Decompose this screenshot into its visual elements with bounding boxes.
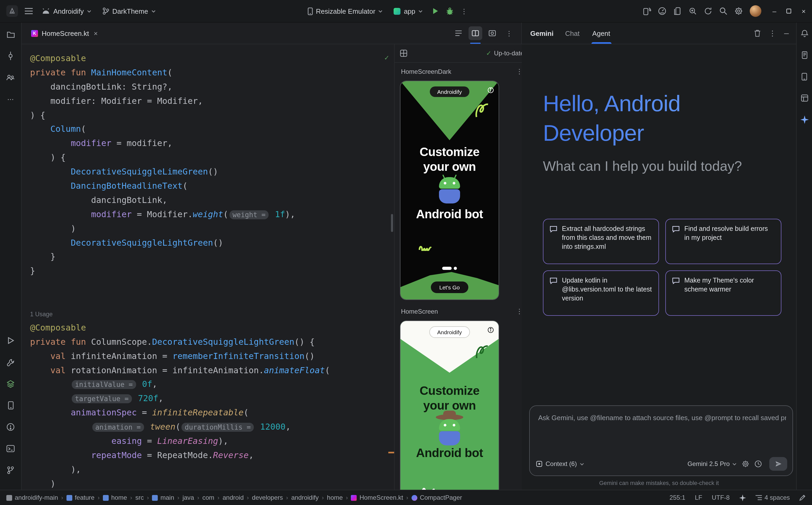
terminal-tool-icon[interactable] — [4, 442, 17, 455]
right-tool-strip — [796, 23, 812, 490]
hide-panel-icon[interactable]: – — [784, 28, 789, 38]
version-control-tool-icon[interactable] — [4, 464, 17, 477]
project-tool-icon[interactable] — [4, 28, 17, 41]
line-separator[interactable]: LF — [695, 494, 702, 501]
window-close-icon[interactable]: × — [802, 7, 806, 15]
run-configuration-selector[interactable]: app — [392, 6, 425, 17]
run-button[interactable] — [432, 7, 439, 15]
breadcrumb-separator: › — [98, 494, 100, 501]
gemini-prompt-input[interactable] — [537, 413, 787, 422]
device-streaming-icon[interactable] — [643, 7, 651, 15]
layout-inspector-icon[interactable] — [798, 92, 811, 105]
search-icon[interactable] — [719, 7, 727, 15]
packages-tool-icon[interactable] — [4, 377, 17, 390]
main-menu-icon[interactable] — [25, 8, 33, 14]
breadcrumb-item[interactable]: developers — [252, 494, 283, 501]
indent-setting[interactable]: 4 spaces — [756, 494, 790, 501]
code-line: dancingBotLink: String?, — [30, 80, 394, 95]
code-line: } — [30, 265, 394, 279]
android-bot-cowboy-graphic — [435, 419, 464, 446]
vcs-branch-selector[interactable]: DarkTheme — [100, 6, 158, 17]
code-view-icon[interactable] — [452, 26, 465, 40]
build-tool-icon[interactable] — [4, 356, 17, 368]
ai-status-icon[interactable] — [739, 494, 746, 501]
breadcrumb-item[interactable]: home — [327, 494, 343, 501]
emulator-icon[interactable] — [798, 70, 811, 83]
caret-position[interactable]: 255:1 — [670, 494, 685, 501]
breadcrumb-item[interactable]: android — [223, 494, 244, 501]
design-view-icon[interactable] — [485, 26, 499, 40]
edit-mode-icon[interactable] — [799, 494, 806, 501]
more-tool-windows-icon[interactable]: ⋯ — [4, 93, 17, 106]
device-explorer-icon[interactable] — [798, 48, 811, 61]
breadcrumb-item[interactable]: androidify — [291, 494, 319, 501]
window-maximize-icon[interactable] — [786, 8, 792, 14]
breadcrumb-item[interactable]: src — [135, 494, 144, 501]
breadcrumb-item[interactable]: feature — [66, 494, 95, 501]
breadcrumb-item[interactable]: main — [152, 494, 174, 501]
suggestion-card[interactable]: Update kotlin in @libs.version.toml to t… — [543, 271, 659, 316]
profiler-icon[interactable] — [658, 7, 666, 15]
editor-more-icon[interactable]: ⋮ — [502, 26, 516, 40]
tab-agent[interactable]: Agent — [591, 23, 611, 44]
android-head-icon — [42, 8, 50, 14]
problems-tool-icon[interactable] — [4, 420, 17, 433]
app-insights-icon[interactable] — [689, 7, 697, 15]
run-config-name: app — [404, 7, 415, 15]
window-minimize-icon[interactable]: – — [773, 7, 776, 15]
android-studio-logo-icon — [6, 5, 18, 17]
breadcrumb-item[interactable]: home — [103, 494, 127, 501]
running-devices-icon[interactable] — [673, 7, 682, 15]
gemini-subheading: What can I help you build today? — [543, 158, 781, 174]
preview-headline-2: your own — [400, 159, 498, 174]
gemini-more-icon[interactable]: ⋮ — [769, 29, 776, 37]
preview-name-light[interactable]: HomeScreen — [401, 308, 438, 315]
tab-chat[interactable]: Chat — [564, 23, 581, 44]
suggestion-card[interactable]: Extract all hardcoded strings from this … — [543, 219, 659, 264]
run-tool-icon[interactable] — [4, 334, 17, 347]
breadcrumb-item[interactable]: java — [183, 494, 194, 501]
inspections-ok-icon[interactable]: ✓ — [384, 51, 389, 65]
code-line: animationSpec = infiniteRepeatable( — [30, 406, 394, 420]
close-tab-icon[interactable]: × — [94, 29, 98, 37]
commit-tool-icon[interactable] — [4, 49, 17, 62]
breadcrumb-item[interactable]: CompactPager — [411, 494, 462, 501]
indent-icon — [756, 495, 762, 500]
prompt-settings-icon[interactable] — [742, 460, 749, 468]
suggestion-card[interactable]: Make my Theme's color scheme warmer — [665, 271, 781, 316]
gemini-prompt-box[interactable]: Context (6) Gemini 2.5 Pro — [529, 405, 793, 476]
pull-requests-tool-icon[interactable] — [4, 71, 17, 84]
settings-gear-icon[interactable] — [734, 7, 743, 15]
breadcrumb-item[interactable]: androidify-main — [6, 494, 58, 501]
device-manager-tool-icon[interactable] — [4, 399, 17, 412]
module-icon — [66, 495, 72, 501]
breadcrumb-item[interactable]: HomeScreen.kt — [351, 494, 403, 501]
chat-bubble-icon — [550, 277, 557, 284]
trash-icon[interactable] — [754, 29, 761, 37]
file-encoding[interactable]: UTF-8 — [712, 494, 730, 501]
preview-headline-3: Android bot — [400, 207, 498, 221]
device-selector[interactable]: Resizable Emulator — [305, 6, 385, 17]
more-actions-icon[interactable]: ⋮ — [461, 8, 467, 14]
gemini-tool-icon[interactable] — [798, 113, 811, 126]
editor-scrollbar[interactable] — [391, 214, 393, 232]
notifications-icon[interactable] — [798, 27, 811, 39]
breadcrumb-separator: › — [130, 494, 132, 501]
gradle-sync-icon[interactable] — [704, 7, 712, 15]
breadcrumb-separator: › — [147, 494, 149, 501]
gallery-view-icon[interactable] — [400, 49, 407, 57]
suggestion-card[interactable]: Find and resolve build errors in my proj… — [665, 219, 781, 264]
user-avatar[interactable] — [750, 5, 761, 17]
code-editor[interactable]: @Composableprivate fun MainHomeContent( … — [22, 44, 394, 490]
tab-homescreen-kt[interactable]: K HomeScreen.kt × — [26, 23, 103, 43]
context-chip[interactable]: Context (6) — [536, 460, 584, 468]
history-icon[interactable] — [755, 460, 762, 468]
model-selector[interactable]: Gemini 2.5 Pro — [688, 460, 736, 468]
breadcrumb-item[interactable]: com — [202, 494, 214, 501]
project-name: Androidify — [53, 7, 84, 15]
preview-name-dark[interactable]: HomeScreenDark — [401, 68, 451, 75]
split-view-icon[interactable] — [469, 26, 482, 40]
send-button[interactable] — [769, 457, 787, 471]
project-selector[interactable]: Androidify — [39, 6, 93, 17]
debug-button[interactable] — [446, 7, 454, 15]
